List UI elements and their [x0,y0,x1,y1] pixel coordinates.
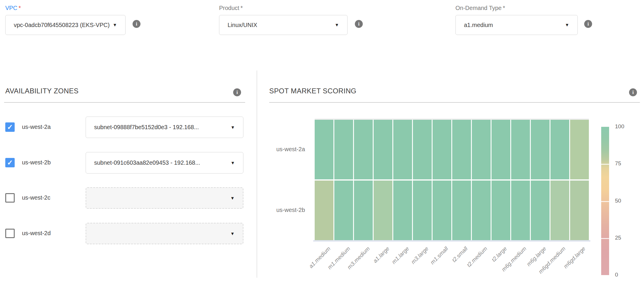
panel-divider [257,70,257,278]
on-demand-type-info-icon[interactable]: i [584,20,592,28]
on-demand-type-field: On-Demand Type* a1.medium ▼ [455,5,578,35]
vpc-field: VPC* vpc-0adcb70f645508223 (EKS-VPC) ▼ [5,5,126,35]
heatmap-cell-us-west-2b-a1.large[interactable] [374,181,392,240]
on-demand-type-select[interactable]: a1.medium ▼ [455,15,578,35]
product-label: Product* [219,5,348,11]
heatmap-cell-us-west-2b-m1.large[interactable] [393,181,412,240]
heatmap-cell-us-west-2a-m1.medium[interactable] [334,120,353,179]
product-info-icon[interactable]: i [355,20,363,28]
color-scale-label-75: 75 [615,160,621,167]
chevron-down-icon: ▼ [231,160,235,165]
product-select[interactable]: Linux/UNIX ▼ [219,15,348,35]
heatmap-cell-us-west-2a-m6gd.large[interactable] [570,120,589,179]
color-scale-tick-line [601,238,609,239]
heatmap-x-axis-line [313,240,590,242]
color-scale-label-0: 0 [615,272,618,278]
subnet-select-value: subnet-09888f7be5152d0e3 - 192.168... [94,124,199,131]
chevron-down-icon: ▼ [565,22,569,27]
heatmap-cell-us-west-2b-m3.large[interactable] [413,181,432,240]
heatmap-x-label-m1.large: m1.large [390,245,410,265]
vpc-required-mark: * [18,5,21,11]
heatmap-row-us-west-2a [315,120,589,179]
heatmap-cell-us-west-2b-m6gd.medium[interactable] [550,181,569,240]
heatmap-cell-us-west-2b-m6g.large[interactable] [531,181,550,240]
heatmap-cell-us-west-2b-m6g.medium[interactable] [511,181,530,240]
vpc-select-value: vpc-0adcb70f645508223 (EKS-VPC) [14,22,110,28]
heatmap-cell-us-west-2a-t2.small[interactable] [452,120,471,179]
heatmap-cell-us-west-2b-m3.medium[interactable] [354,181,373,240]
availability-zones-info-icon[interactable]: i [233,88,241,96]
spot-market-scoring-title: SPOT MARKET SCORING [269,87,356,95]
heatmap-cell-us-west-2a-a1.large[interactable] [374,120,392,179]
heatmap-cell-us-west-2b-m6gd.large[interactable] [570,181,589,240]
product-field: Product* Linux/UNIX ▼ [219,5,348,35]
heatmap-x-label-t2.small: t2.small [451,245,469,264]
chevron-down-icon: ▼ [230,195,235,200]
on-demand-type-label: On-Demand Type* [455,5,578,11]
heatmap-cell-us-west-2a-a1.medium[interactable] [315,120,333,179]
zone-label-us-west-2b: us-west-2b [22,159,51,166]
zone-label-us-west-2d: us-west-2d [22,230,51,237]
heatmap-cell-us-west-2a-m6g.medium[interactable] [511,120,530,179]
heatmap-x-label-t2.medium: t2.medium [466,245,489,268]
subnet-select-us-west-2d[interactable]: ▼ [86,223,243,244]
heatmap-cell-us-west-2b-m1.medium[interactable] [334,181,353,240]
spot-market-scoring-info-icon[interactable]: i [629,88,637,96]
color-scale-label-50: 50 [615,198,621,204]
spot-market-scoring-divider [269,102,640,103]
product-select-value: Linux/UNIX [228,22,257,28]
heatmap-cell-us-west-2b-t2.medium[interactable] [472,181,491,240]
color-scale-tick-line [601,164,609,165]
subnet-select-us-west-2c[interactable]: ▼ [86,187,243,209]
zone-label-us-west-2a: us-west-2a [22,124,51,130]
heatmap-color-scale [601,127,609,275]
heatmap-cell-us-west-2a-m3.medium[interactable] [354,120,373,179]
chevron-down-icon: ▼ [335,22,339,27]
checkbox-us-west-2a[interactable]: ✓ [5,122,15,132]
on-demand-type-required-mark: * [503,5,505,11]
chevron-down-icon: ▼ [113,22,117,27]
color-scale-label-100: 100 [615,123,624,130]
availability-zones-divider [4,102,245,103]
heatmap-x-label-m3.large: m3.large [410,245,430,265]
vpc-select[interactable]: vpc-0adcb70f645508223 (EKS-VPC) ▼ [5,15,126,35]
heatmap-cell-us-west-2a-m1.large[interactable] [393,120,412,179]
heatmap-cell-us-west-2a-m6gd.medium[interactable] [550,120,569,179]
on-demand-type-select-value: a1.medium [464,22,493,28]
heatmap-cell-us-west-2a-m6g.large[interactable] [531,120,550,179]
subnet-select-us-west-2a[interactable]: subnet-09888f7be5152d0e3 - 192.168... ▼ [86,117,243,138]
availability-zones-title: AVAILABILITY ZONES [5,87,79,95]
heatmap-cell-us-west-2b-t2.small[interactable] [452,181,471,240]
checkbox-us-west-2d[interactable] [5,229,15,238]
checkbox-us-west-2b[interactable]: ✓ [5,158,15,167]
subnet-select-value: subnet-091c603aa82e09453 - 192.168... [94,159,200,166]
heatmap-x-label-m1.small: m1.small [429,245,449,266]
chevron-down-icon: ▼ [230,231,235,236]
vpc-label: VPC* [5,5,126,11]
color-scale-label-25: 25 [615,235,621,241]
zone-label-us-west-2c: us-west-2c [22,194,50,201]
heatmap-x-label-t2.large: t2.large [491,245,508,263]
color-scale-tick-line [601,201,609,202]
chevron-down-icon: ▼ [231,124,235,129]
heatmap-cell-us-west-2a-m3.large[interactable] [413,120,432,179]
heatmap-row-us-west-2b [315,181,589,240]
spot-configuration-page: VPC* vpc-0adcb70f645508223 (EKS-VPC) ▼ i… [0,0,644,283]
heatmap-x-label-a1.large: a1.large [372,245,391,264]
product-required-mark: * [240,5,243,11]
heatmap-y-label-us-west-2b: us-west-2b [276,207,305,213]
checkbox-us-west-2c[interactable] [5,193,15,203]
subnet-select-us-west-2b[interactable]: subnet-091c603aa82e09453 - 192.168... ▼ [86,152,243,173]
heatmap-cell-us-west-2a-t2.large[interactable] [492,120,510,179]
heatmap-y-label-us-west-2a: us-west-2a [276,146,305,153]
heatmap-cell-us-west-2b-a1.medium[interactable] [315,181,333,240]
heatmap-cell-us-west-2b-m1.small[interactable] [433,181,451,240]
heatmap-cell-us-west-2b-t2.large[interactable] [492,181,510,240]
heatmap-cell-us-west-2a-m1.small[interactable] [433,120,451,179]
heatmap-cell-us-west-2a-t2.medium[interactable] [472,120,491,179]
vpc-info-icon[interactable]: i [133,20,140,28]
